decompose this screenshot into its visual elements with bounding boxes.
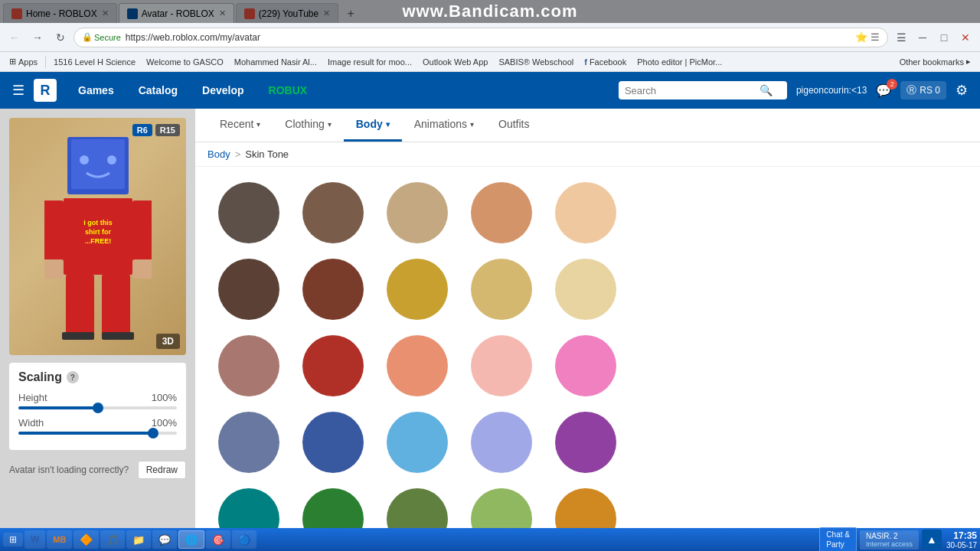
cat-animations[interactable]: Animations ▾ — [402, 109, 486, 142]
bookmark-gasco[interactable]: Welcome to GASCO — [142, 56, 228, 68]
taskbar-music[interactable]: 🎵 — [100, 530, 125, 549]
minimize-button[interactable]: ─ — [913, 28, 933, 47]
color-swatch-4-4[interactable] — [471, 412, 532, 473]
forward-button[interactable]: → — [28, 28, 47, 47]
taskbar-mb[interactable]: MB — [47, 530, 72, 549]
nav-catalog[interactable]: Catalog — [126, 72, 190, 109]
color-swatch-1-4[interactable] — [471, 182, 532, 243]
height-slider[interactable] — [18, 406, 177, 409]
breadcrumb-parent[interactable]: Body — [207, 148, 230, 160]
color-swatch-2-2[interactable] — [302, 259, 364, 320]
nav-games[interactable]: Games — [66, 72, 126, 109]
view-3d-label: 3D — [156, 334, 180, 349]
maximize-button[interactable]: □ — [934, 28, 954, 47]
width-slider-thumb[interactable] — [148, 428, 158, 439]
cat-body[interactable]: Body ▾ — [344, 109, 402, 142]
color-swatch-3-4[interactable] — [471, 335, 532, 396]
color-swatch-2-4[interactable] — [471, 259, 532, 320]
svg-text:I got this: I got this — [83, 219, 113, 227]
chat-toggle-button[interactable]: ▲ — [922, 530, 942, 549]
color-swatch-5-4[interactable] — [471, 488, 532, 528]
toolbar-right: ☰ ─ □ ✕ — [891, 28, 975, 47]
color-swatch-2-5[interactable] — [555, 259, 616, 320]
other-bookmarks[interactable]: Other bookmarks ▸ — [895, 55, 975, 68]
svg-point-2 — [80, 155, 89, 165]
taskbar-word[interactable]: W — [24, 530, 45, 549]
taskbar-vlc[interactable]: 🔶 — [74, 530, 99, 549]
color-swatch-2-3[interactable] — [387, 259, 448, 320]
color-swatch-5-2[interactable] — [302, 488, 364, 528]
bookmark-facebook[interactable]: f Facebook — [580, 56, 631, 68]
cat-recent[interactable]: Recent ▾ — [207, 109, 273, 142]
color-swatch-1-2[interactable] — [302, 182, 364, 243]
cat-outfits[interactable]: Outfits — [486, 109, 541, 142]
main-content: ☰ R Games Catalog Develop ROBUX 🔍 pigeon… — [0, 72, 980, 528]
nav-develop[interactable]: Develop — [190, 72, 256, 109]
robux-button[interactable]: Ⓡ RS 0 — [900, 81, 946, 99]
height-slider-thumb[interactable] — [93, 403, 103, 413]
bookmark-separator — [45, 56, 46, 68]
taskbar-discord[interactable]: 💬 — [152, 530, 177, 549]
clock-date: 30-05-17 — [946, 541, 977, 549]
nav-robux[interactable]: ROBUX — [256, 72, 320, 109]
extensions-button[interactable]: ☰ — [891, 28, 911, 47]
cat-clothing-arrow: ▾ — [328, 120, 332, 129]
chat-party-button[interactable]: Chat &Party — [819, 527, 857, 551]
search-input[interactable] — [625, 85, 755, 96]
bookmark-1516-label: 1516 Level H Science — [54, 57, 136, 67]
color-swatch-4-2[interactable] — [302, 412, 364, 473]
bookmark-outlook[interactable]: Outlook Web App — [418, 56, 492, 68]
address-bar[interactable]: 🔒 Secure https://web.roblox.com/my/avata… — [74, 28, 888, 47]
color-swatch-3-5[interactable] — [555, 335, 616, 396]
r15-badge[interactable]: R15 — [155, 124, 180, 136]
color-swatch-5-5[interactable] — [555, 488, 616, 528]
bookmark-sabis-label: SABIS® Webschool — [498, 57, 573, 67]
color-swatch-5-1[interactable] — [218, 488, 279, 528]
close-button[interactable]: ✕ — [956, 28, 975, 47]
chat-icon-btn[interactable]: 💬 2 — [873, 80, 894, 101]
color-swatch-3-2[interactable] — [302, 335, 364, 396]
color-swatch-1-5[interactable] — [555, 182, 616, 243]
color-swatch-3-3[interactable] — [387, 335, 448, 396]
color-swatch-3-1[interactable] — [218, 335, 279, 396]
width-slider[interactable] — [18, 432, 177, 435]
cat-outfits-label: Outfits — [498, 118, 529, 130]
taskbar-target[interactable]: 🎯 — [206, 530, 230, 549]
back-button[interactable]: ← — [5, 28, 24, 47]
chat-badge: 2 — [887, 79, 897, 90]
bookmark-mohammed[interactable]: Mohammed Nasir Al... — [230, 56, 322, 68]
taskbar-start[interactable]: ⊞ — [3, 533, 23, 546]
bookmark-sabis[interactable]: SABIS® Webschool — [494, 56, 578, 68]
r6-badge[interactable]: R6 — [132, 124, 152, 136]
roblox-search[interactable]: 🔍 — [619, 81, 787, 99]
taskbar-roblox[interactable]: 🔵 — [232, 530, 256, 549]
reload-button[interactable]: ↻ — [51, 28, 70, 47]
taskbar-chrome[interactable]: 🌐 — [178, 530, 204, 549]
cat-clothing[interactable]: Clothing ▾ — [273, 109, 343, 142]
taskbar-folder[interactable]: 📁 — [126, 530, 151, 549]
bookmark-apps[interactable]: ⊞ Apps — [5, 55, 42, 68]
settings-button[interactable]: ⚙ — [952, 79, 971, 102]
scaling-info-icon[interactable]: ? — [67, 371, 79, 383]
svg-text:shirt for: shirt for — [84, 228, 110, 236]
search-icon[interactable]: 🔍 — [760, 84, 773, 96]
bookmark-image[interactable]: Image result for moo... — [323, 56, 416, 68]
cat-recent-label: Recent — [220, 118, 253, 130]
svg-rect-12 — [66, 275, 94, 336]
color-swatch-4-1[interactable] — [218, 412, 279, 473]
svg-text:...FREE!: ...FREE! — [84, 237, 111, 245]
clock-time: 17:35 — [946, 530, 977, 541]
redraw-button[interactable]: Redraw — [138, 461, 186, 479]
color-swatch-4-5[interactable] — [555, 412, 616, 473]
color-swatch-5-3[interactable] — [387, 488, 448, 528]
bookmark-apps-label: Apps — [18, 57, 38, 67]
color-swatch-1-1[interactable] — [218, 182, 279, 243]
svg-rect-15 — [102, 332, 134, 340]
hamburger-menu[interactable]: ☰ — [9, 79, 28, 102]
color-swatch-4-3[interactable] — [387, 412, 448, 473]
color-swatch-2-1[interactable] — [218, 259, 279, 320]
roblox-logo[interactable]: R — [34, 79, 57, 102]
bookmark-1516[interactable]: 1516 Level H Science — [49, 56, 140, 68]
color-swatch-1-3[interactable] — [387, 182, 448, 243]
bookmark-picmor[interactable]: Photo editor | PicMor... — [632, 56, 727, 68]
